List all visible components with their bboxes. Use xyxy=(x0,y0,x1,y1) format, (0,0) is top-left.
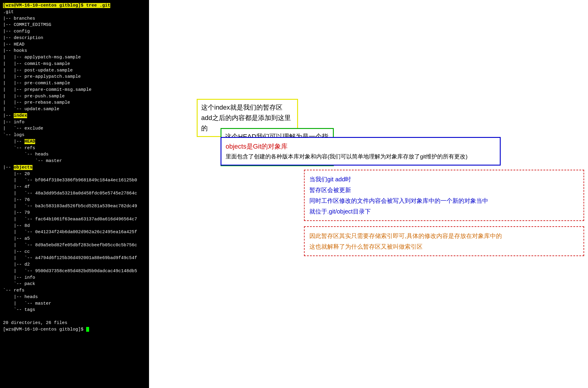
tree-line-refs: `-- refs xyxy=(3,287,146,294)
tree-summary: 20 directories, 26 files xyxy=(3,320,146,326)
tree-summary-empty xyxy=(3,313,146,320)
tree-line-refs-heads: |-- heads xyxy=(3,294,146,300)
tree-line-bf: | `-- bf064f310e3386fb9681849c184a4ec161… xyxy=(3,177,146,184)
terminal-command: [wzs@VM-16-10-centos gitblog]$ tree .git xyxy=(3,3,110,8)
terminal-cursor xyxy=(86,327,89,332)
index-highlight: index xyxy=(14,113,27,118)
gitadd-annotation-box: 当我们git add时 暂存区会被更新 同时工作区修改的文件内容会被写入到对象库… xyxy=(304,170,584,221)
tree-line-79: |-- 79 xyxy=(3,210,146,216)
tree-line-76: |-- 76 xyxy=(3,197,146,203)
tree-line-preapply: | |-- pre-applypatch.sample xyxy=(3,74,146,80)
tree-line-obj-pack: `-- pack xyxy=(3,281,146,287)
tree-line-logs-refs: `-- refs xyxy=(3,145,146,152)
tree-line-commit: |-- COMMIT_EDITMSG xyxy=(3,22,146,28)
tree-line-objects: |-- objects xyxy=(3,164,146,171)
terminal-end-prompt: [wzs@VM-16-10-centos gitblog]$ xyxy=(3,326,146,333)
annotations-panel: 这个index就是我们的暂存区 add之后的内容都是添加到这里的 这个HEAD我… xyxy=(152,0,584,388)
tree-line-prepcommit: | |-- prepare-commit-msg.sample xyxy=(3,87,146,93)
tree-line-prepush: | |-- pre-push.sample xyxy=(3,93,146,100)
tree-line-head-root: |-- HEAD xyxy=(3,41,146,48)
tree-line-postupdate: | |-- post-update.sample xyxy=(3,67,146,74)
tree-line-git: .git xyxy=(3,9,146,15)
tree-line-refs-master: | `-- master xyxy=(3,300,146,307)
tree-line-fac: | `-- fac64b1061f63eaaa63137ad0a616d4965… xyxy=(3,216,146,223)
index2-line1: 因此暂存区其实只需要存储索引即可,具体的修改内容是存放在对象库中的 xyxy=(309,230,579,241)
tree-line-obj-info: |-- info xyxy=(3,275,146,281)
tree-line-a47: | `-- a4794d6f125b36d492001a88e69bad9f49… xyxy=(3,255,146,261)
tree-line-branches: |-- branches xyxy=(3,15,146,22)
tree-line-cc: |-- cc xyxy=(3,249,146,255)
index2-annotation-box: 因此暂存区其实只需要存储索引即可,具体的修改内容是存放在对象库中的 这也就解释了… xyxy=(304,226,584,256)
tree-line-tags: `-- tags xyxy=(3,307,146,313)
tree-line-48: | `-- 48a3dd95da53210a0d458fdc05e5745e27… xyxy=(3,190,146,197)
tree-line-ba: | `-- ba3c583103ad526fb5cd5281a539eac782… xyxy=(3,203,146,210)
terminal-panel: [wzs@VM-16-10-centos gitblog]$ tree .git… xyxy=(0,0,149,388)
tree-line-config: |-- config xyxy=(3,28,146,35)
objects-annotation-line2: 里面包含了创建的各种版本库对象和内容(我们可以简单地理解为对象库存放了git维护… xyxy=(226,152,496,161)
tree-line-precommit: | |-- pre-commit.sample xyxy=(3,80,146,87)
objects-highlight: objects xyxy=(14,165,32,170)
objects-annotation-box: objects是Git的对象库 里面包含了创建的各种版本库对象和内容(我们可以简… xyxy=(221,137,501,166)
tree-line-exclude: | `-- exclude xyxy=(3,125,146,132)
tree-line-prerebase: | |-- pre-rebase.sample xyxy=(3,99,146,106)
gitadd-line2: 暂存区会被更新 xyxy=(309,185,579,195)
tree-line-a5: |-- a5 xyxy=(3,236,146,242)
index2-line2: 这也就解释了为什么暂存区又被叫做索引区 xyxy=(309,241,579,252)
gitadd-line4: 就位于.git/object目录下 xyxy=(309,206,579,217)
tree-line-update: | `-- update.sample xyxy=(3,106,146,113)
tree-line-logs-master: `-- master xyxy=(3,158,146,164)
gitadd-line1: 当我们git add时 xyxy=(309,174,579,185)
tree-line-logs: `-- logs xyxy=(3,132,146,138)
terminal-prompt-line: [wzs@VM-16-10-centos gitblog]$ tree .git xyxy=(3,2,146,9)
tree-line-20: |-- 20 xyxy=(3,171,146,177)
tree-line-hooks: |-- hooks xyxy=(3,48,146,54)
tree-line-index: |-- index xyxy=(3,113,146,119)
tree-line-logs-head: |-- HEAD xyxy=(3,138,146,145)
objects-annotation-line1: objects是Git的对象库 xyxy=(226,141,496,152)
tree-line-8d9: | `-- 8d9a5ebd82fe05dbf283cbeefb05cc0c5b… xyxy=(3,242,146,249)
tree-line-0e: | `-- 0e41234f24b6da002d962a26c2495ea16a… xyxy=(3,229,146,236)
tree-line-8d: |-- 8d xyxy=(3,223,146,229)
tree-line-4f: |-- 4f xyxy=(3,184,146,190)
tree-line-applypatch: | |-- applypatch-msg.sample xyxy=(3,54,146,61)
head-highlight: HEAD xyxy=(24,139,35,144)
tree-line-logs-heads: `-- heads xyxy=(3,151,146,158)
tree-line-description: |-- description xyxy=(3,35,146,41)
tree-line-commit-msg: | |-- commit-msg.sample xyxy=(3,61,146,67)
gitadd-line3: 同时工作区修改的文件内容会被写入到对象库中的一个新的对象当中 xyxy=(309,195,579,206)
index-annotation-line1: 这个index就是我们的暂存区 xyxy=(201,102,294,113)
tree-line-950: | `-- 9500d37358ce85d482bd5b0dadcac49c14… xyxy=(3,268,146,275)
tree-line-info: |-- info xyxy=(3,119,146,126)
tree-line-d2: |-- d2 xyxy=(3,261,146,268)
